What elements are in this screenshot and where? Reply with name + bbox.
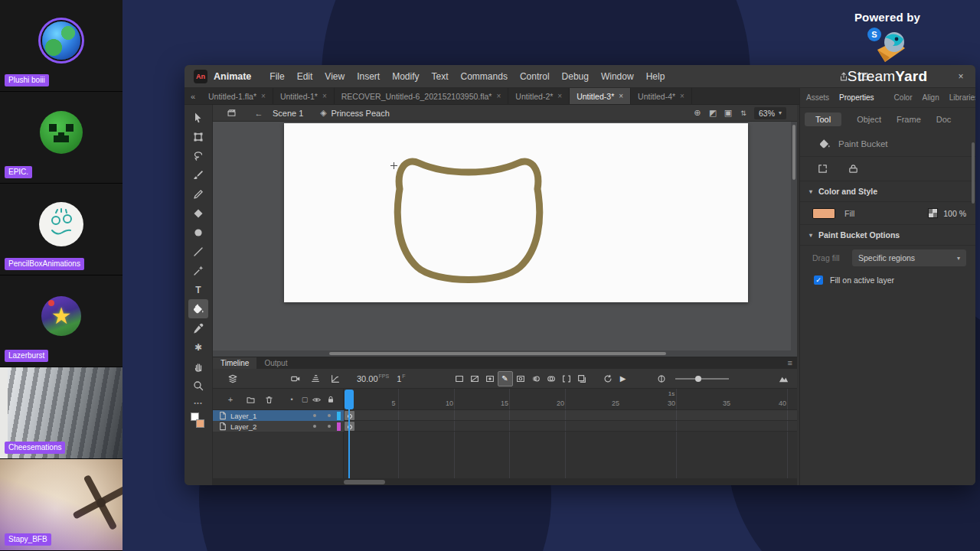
doc-tab[interactable]: Untitled-2*× <box>508 88 570 104</box>
layer-visibility-dot[interactable] <box>313 414 316 417</box>
layer-lock-dot[interactable] <box>328 425 331 428</box>
resize-timeline-view-icon[interactable] <box>776 371 791 386</box>
layer-row-layer2[interactable]: Layer_2 <box>213 421 344 432</box>
frame-grid[interactable]: 1s 5 10 15 20 25 30 35 40 <box>344 389 797 478</box>
oval-tool[interactable] <box>188 223 208 242</box>
tab-close-icon[interactable]: × <box>557 92 562 100</box>
free-transform-tool[interactable] <box>188 127 208 146</box>
back-icon[interactable]: ← <box>251 109 266 118</box>
alpha-checker-icon[interactable] <box>928 208 938 218</box>
insert-blank-keyframe-icon[interactable] <box>513 371 528 386</box>
doc-tab[interactable]: Untitled-1*× <box>273 88 335 104</box>
menu-commands[interactable]: Commands <box>455 71 514 82</box>
motion-graph-icon[interactable] <box>328 371 343 386</box>
gap-size-button[interactable] <box>812 161 832 177</box>
lock-layers-icon[interactable] <box>325 394 336 405</box>
loop-icon[interactable] <box>600 371 616 386</box>
canvas-horizontal-scrollbar[interactable] <box>213 350 797 357</box>
play-button[interactable]: ▶ <box>616 371 631 386</box>
camera-icon[interactable] <box>288 371 303 386</box>
properties-scrollbar[interactable] <box>972 142 975 204</box>
menu-modify[interactable]: Modify <box>386 71 425 82</box>
more-tools-icon[interactable]: ••• <box>194 399 202 406</box>
highlight-layers-icon[interactable]: • <box>286 394 297 405</box>
copy-frames-icon[interactable] <box>574 371 590 386</box>
lasso-tool[interactable] <box>188 146 208 165</box>
selection-tool[interactable] <box>188 108 208 127</box>
insert-keyframe-icon[interactable] <box>482 371 498 386</box>
menu-view[interactable]: View <box>318 71 351 82</box>
layer-depth-icon[interactable] <box>308 371 323 386</box>
menu-debug[interactable]: Debug <box>556 71 595 82</box>
zoom-stepper-icon[interactable]: ⇅ <box>736 109 751 117</box>
playhead-handle[interactable] <box>345 390 354 409</box>
section-color-and-style[interactable]: ▾ Color and Style <box>800 181 975 202</box>
lock-fill-button[interactable] <box>843 161 863 177</box>
tab-color[interactable]: Color <box>894 93 913 102</box>
zoom-tool[interactable] <box>188 376 208 395</box>
zoom-select[interactable]: 63% ▾ <box>754 107 786 119</box>
fluid-brush-tool[interactable] <box>188 261 208 280</box>
doc-tab[interactable]: Untitled-4*× <box>631 88 692 104</box>
edit-multiple-frames-icon[interactable]: ✎ <box>498 371 513 386</box>
menu-insert[interactable]: Insert <box>351 71 386 82</box>
tab-close-icon[interactable]: × <box>680 92 684 100</box>
tab-output[interactable]: Output <box>256 357 295 369</box>
center-stage-icon[interactable]: ⊕ <box>690 108 705 118</box>
new-folder-icon[interactable] <box>245 394 256 405</box>
tab-close-icon[interactable]: × <box>322 92 327 100</box>
subtab-doc[interactable]: Doc <box>936 115 952 124</box>
timeline-zoom-slider[interactable] <box>675 371 729 386</box>
fps-value[interactable]: 30.00 <box>357 374 378 383</box>
collapse-panel-icon[interactable]: « <box>185 88 201 104</box>
drag-fill-select[interactable]: Specific regions ▾ <box>852 249 966 266</box>
layer-stack-icon[interactable] <box>225 371 240 386</box>
eyedropper-tool[interactable] <box>188 318 208 337</box>
asset-warp-tool[interactable]: ✱ <box>188 337 208 357</box>
tab-assets[interactable]: Assets <box>806 93 829 102</box>
tab-close-icon[interactable]: × <box>261 92 266 100</box>
doc-tab-active[interactable]: Untitled-3*× <box>570 88 631 104</box>
pencil-tool[interactable] <box>188 184 208 204</box>
canvas-pasteboard[interactable] <box>213 122 797 357</box>
frame-row[interactable] <box>344 410 797 421</box>
tab-close-icon[interactable]: × <box>619 92 623 100</box>
tab-properties[interactable]: Properties <box>839 93 874 102</box>
layer-color-swatch[interactable] <box>337 422 341 431</box>
layer-color-swatch[interactable] <box>337 412 341 420</box>
timeline-ruler[interactable]: 1s 5 10 15 20 25 30 35 40 <box>344 389 797 410</box>
menu-text[interactable]: Text <box>426 71 455 82</box>
line-tool[interactable] <box>188 242 208 261</box>
clip-content-icon[interactable]: ▣ <box>720 108 736 118</box>
section-paint-bucket-options[interactable]: ▾ Paint Bucket Options <box>800 225 975 246</box>
tab-libraries[interactable]: Libraries <box>949 93 975 102</box>
fill-color-swatch[interactable] <box>812 208 835 219</box>
layer-row-layer1[interactable]: Layer_1 <box>213 410 344 421</box>
stage[interactable] <box>284 123 748 302</box>
doc-tab[interactable]: RECOVER_Untitled-6_202152103950.fla*× <box>335 88 509 104</box>
center-playhead-icon[interactable] <box>654 371 669 386</box>
outline-layers-icon[interactable]: ▢ <box>299 394 310 405</box>
frame-range-icon[interactable] <box>559 371 574 386</box>
onion-skin-icon[interactable] <box>528 371 544 386</box>
canvas-vertical-scrollbar[interactable] <box>791 122 797 350</box>
frame-row[interactable] <box>344 421 797 432</box>
breadcrumb-scene[interactable]: Scene 1 <box>273 109 303 118</box>
onion-skin-outline-icon[interactable] <box>544 371 559 386</box>
layer-visibility-dot[interactable] <box>313 425 316 428</box>
current-frame-value[interactable]: 1 <box>397 374 401 383</box>
tab-align[interactable]: Align <box>923 93 939 102</box>
text-tool[interactable]: T <box>188 280 208 299</box>
brush-tool[interactable] <box>188 165 208 184</box>
fill-alpha-value[interactable]: 100 % <box>943 209 966 218</box>
eraser-tool[interactable] <box>188 204 208 223</box>
fill-active-layer-checkbox[interactable]: ✓ <box>814 276 823 285</box>
insert-frame-icon[interactable] <box>452 371 467 386</box>
fill-color-chip[interactable] <box>196 419 204 428</box>
paint-bucket-tool[interactable] <box>188 299 208 318</box>
doc-tab[interactable]: Untitled-1.fla*× <box>201 88 273 104</box>
timeline-horizontal-scrollbar[interactable] <box>213 478 797 485</box>
snapping-icon[interactable]: ◩ <box>705 108 720 118</box>
new-layer-icon[interactable]: + <box>225 394 236 405</box>
remove-frame-icon[interactable] <box>467 371 482 386</box>
